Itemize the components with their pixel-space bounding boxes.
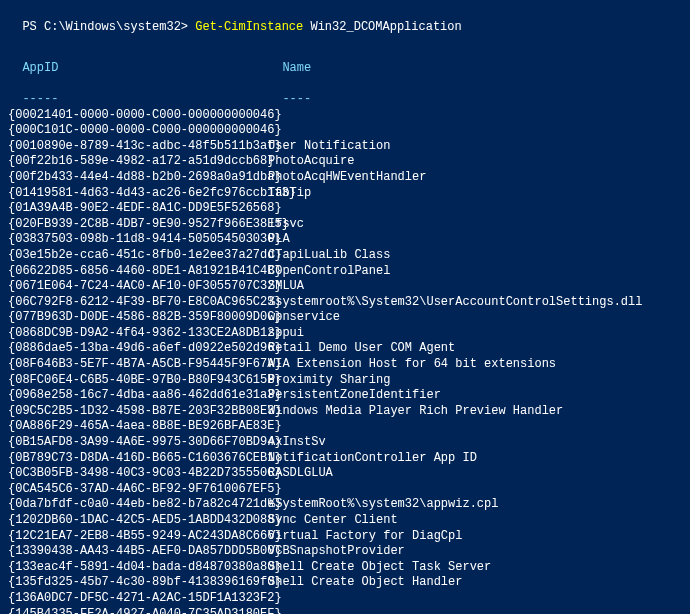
table-row: {0671E064-7C24-4AC0-AF10-0F3055707C32}SM… bbox=[8, 279, 682, 295]
cell-appid: {00f2b433-44e4-4d88-b2b0-2698a0a91dba} bbox=[8, 170, 268, 186]
cell-appid: {0C3B05FB-3498-40C3-9C03-4B22D735550C} bbox=[8, 466, 268, 482]
table-row: {00021401-0000-0000-C000-000000000046} bbox=[8, 108, 682, 124]
table-row: {0010890e-8789-413c-adbc-48f5b511b3af}Us… bbox=[8, 139, 682, 155]
cell-appid: {00021401-0000-0000-C000-000000000046} bbox=[8, 108, 268, 124]
column-underlines: --------- bbox=[8, 76, 682, 107]
cell-appid: {01A39A4B-90E2-4EDF-8A1C-DD9E5F526568} bbox=[8, 201, 268, 217]
cell-appid: {0886dae5-13ba-49d6-a6ef-d0922e502d96} bbox=[8, 341, 268, 357]
table-row: {0A886F29-465A-4aea-8B8E-BE926BFAE83E} bbox=[8, 419, 682, 435]
table-row: {0CA545C6-37AD-4A6C-BF92-9F7610067EF5} bbox=[8, 482, 682, 498]
cell-name: Shell Create Object Handler bbox=[268, 575, 462, 591]
cell-appid: {06622D85-6856-4460-8DE1-A81921B41C4B} bbox=[8, 264, 268, 280]
table-row: {0B789C73-D8DA-416D-B665-C1603676CEB1}No… bbox=[8, 451, 682, 467]
cell-appid: {12C21EA7-2EB8-4B55-9249-AC243DA8C666} bbox=[8, 529, 268, 545]
cell-appid: {135fd325-45b7-4c30-89bf-4138396169f0} bbox=[8, 575, 268, 591]
cell-appid: {136A0DC7-DF5C-4271-A2AC-15DF1A1323F2} bbox=[8, 591, 268, 607]
cell-name: PhotoAcqHWEventHandler bbox=[268, 170, 426, 186]
cell-name: PLA bbox=[268, 232, 290, 248]
cell-name: lfsvc bbox=[268, 217, 304, 233]
cell-name: %SystemRoot%\system32\appwiz.cpl bbox=[268, 497, 498, 513]
cell-appid: {0da7bfdf-c0a0-44eb-be82-b7a82c4721de} bbox=[8, 497, 268, 513]
table-row: {133eac4f-5891-4d04-bada-d84870380a80}Sh… bbox=[8, 560, 682, 576]
cell-name: COpenControlPanel bbox=[268, 264, 390, 280]
cell-name: Virtual Factory for DiagCpl bbox=[268, 529, 462, 545]
table-row: {13390438-AA43-44B5-AEF0-DA857DDD5B00}VC… bbox=[8, 544, 682, 560]
cell-name: sppui bbox=[268, 326, 304, 342]
table-row: {020FB939-2C8B-4DB7-9E90-9527f966E38E5}l… bbox=[8, 217, 682, 233]
table-row: {08FC06E4-C6B5-40BE-97B0-B80F943C615B}Pr… bbox=[8, 373, 682, 389]
underline-name: ---- bbox=[282, 92, 311, 106]
cell-name: RASDLGLUA bbox=[268, 466, 333, 482]
cell-name: Windows Media Player Rich Preview Handle… bbox=[268, 404, 563, 420]
cell-appid: {0010890e-8789-413c-adbc-48f5b511b3af} bbox=[8, 139, 268, 155]
cell-appid: {09C5C2B5-1D32-4598-B87E-203F32BB08E3} bbox=[8, 404, 268, 420]
cell-appid: {00f22b16-589e-4982-a172-a51d9dccb68} bbox=[8, 154, 268, 170]
table-row: {09C5C2B5-1D32-4598-B87E-203F32BB08E3}Wi… bbox=[8, 404, 682, 420]
cell-name: AxInstSv bbox=[268, 435, 326, 451]
cell-name: PhotoAcquire bbox=[268, 154, 354, 170]
cell-appid: {145B4335-FE2A-4927-A040-7C35AD3180EF} bbox=[8, 607, 268, 614]
header-name: Name bbox=[282, 61, 311, 75]
cell-appid: {0CA545C6-37AD-4A6C-BF92-9F7610067EF5} bbox=[8, 482, 268, 498]
table-row: {0C3B05FB-3498-40C3-9C03-4B22D735550C}RA… bbox=[8, 466, 682, 482]
cell-name: Shell Create Object Task Server bbox=[268, 560, 491, 576]
cell-name: TabTip bbox=[268, 186, 311, 202]
cell-name: VCBSnapshotProvider bbox=[268, 544, 405, 560]
cell-name: %systemroot%\System32\UserAccountControl… bbox=[268, 295, 642, 311]
table-row: {0968e258-16c7-4dba-aa86-462dd61e31a3}Pe… bbox=[8, 388, 682, 404]
table-row: {000C101C-0000-0000-C000-000000000046} bbox=[8, 123, 682, 139]
table-row: {1202DB60-1DAC-42C5-AED5-1ABDD432D088}Sy… bbox=[8, 513, 682, 529]
cell-name: User Notification bbox=[268, 139, 390, 155]
cell-name: PersistentZoneIdentifier bbox=[268, 388, 441, 404]
cell-appid: {133eac4f-5891-4d04-bada-d84870380a80} bbox=[8, 560, 268, 576]
cell-name: CTapiLuaLib Class bbox=[268, 248, 390, 264]
header-appid: AppID bbox=[22, 61, 282, 77]
table-row: {01A39A4B-90E2-4EDF-8A1C-DD9E5F526568} bbox=[8, 201, 682, 217]
table-row: {136A0DC7-DF5C-4271-A2AC-15DF1A1323F2} bbox=[8, 591, 682, 607]
prompt-prefix: PS C:\Windows\system32> bbox=[22, 20, 195, 34]
cell-appid: {03e15b2e-cca6-451c-8fb0-1e2ee37a27dd} bbox=[8, 248, 268, 264]
cell-appid: {01419581-4d63-4d43-ac26-6e2fc976ccb1f3} bbox=[8, 186, 268, 202]
underline-appid: ----- bbox=[22, 92, 282, 108]
cell-appid: {0868DC9B-D9A2-4f64-9362-133CE2A8DB12} bbox=[8, 326, 268, 342]
cell-appid: {0A886F29-465A-4aea-8B8E-BE926BFAE83E} bbox=[8, 419, 268, 435]
output-rows: {00021401-0000-0000-C000-000000000046}{0… bbox=[8, 108, 682, 614]
table-row: {06C792F8-6212-4F39-BF70-E8C0AC965C23}%s… bbox=[8, 295, 682, 311]
table-row: {145B4335-FE2A-4927-A040-7C35AD3180EF} bbox=[8, 607, 682, 614]
table-row: {135fd325-45b7-4c30-89bf-4138396169f0}Sh… bbox=[8, 575, 682, 591]
table-row: {08F646B3-5E7F-4B7A-A5CB-F95445F9F67A}WI… bbox=[8, 357, 682, 373]
table-row: {01419581-4d63-4d43-ac26-6e2fc976ccb1f3}… bbox=[8, 186, 682, 202]
cell-name: WIA Extension Host for 64 bit extensions bbox=[268, 357, 556, 373]
cell-appid: {0B789C73-D8DA-416D-B665-C1603676CEB1} bbox=[8, 451, 268, 467]
table-row: {0886dae5-13ba-49d6-a6ef-d0922e502d96}Re… bbox=[8, 341, 682, 357]
cell-appid: {000C101C-0000-0000-C000-000000000046} bbox=[8, 123, 268, 139]
table-row: {0868DC9B-D9A2-4f64-9362-133CE2A8DB12}sp… bbox=[8, 326, 682, 342]
table-row: {03837503-098b-11d8-9414-505054503030}PL… bbox=[8, 232, 682, 248]
cell-name: Sync Center Client bbox=[268, 513, 398, 529]
cell-name: SMLUA bbox=[268, 279, 304, 295]
cell-name: Retail Demo User COM Agent bbox=[268, 341, 455, 357]
command-name: Get-CimInstance bbox=[195, 20, 303, 34]
column-headers: AppIDName bbox=[8, 45, 682, 76]
cell-appid: {077B963D-D0DE-4586-882B-359F80009D0C} bbox=[8, 310, 268, 326]
cell-appid: {0968e258-16c7-4dba-aa86-462dd61e31a3} bbox=[8, 388, 268, 404]
cell-name: NotificationController App ID bbox=[268, 451, 477, 467]
table-row: {0da7bfdf-c0a0-44eb-be82-b7a82c4721de}%S… bbox=[8, 497, 682, 513]
prompt-line[interactable]: PS C:\Windows\system32> Get-CimInstance … bbox=[8, 4, 682, 35]
table-row: {077B963D-D0DE-4586-882B-359F80009D0C}wp… bbox=[8, 310, 682, 326]
cell-appid: {06C792F8-6212-4F39-BF70-E8C0AC965C23} bbox=[8, 295, 268, 311]
table-row: {00f2b433-44e4-4d88-b2b0-2698a0a91dba}Ph… bbox=[8, 170, 682, 186]
cell-appid: {0B15AFD8-3A99-4A6E-9975-30D66F70BD94} bbox=[8, 435, 268, 451]
cell-appid: {08F646B3-5E7F-4B7A-A5CB-F95445F9F67A} bbox=[8, 357, 268, 373]
table-row: {00f22b16-589e-4982-a172-a51d9dccb68}Pho… bbox=[8, 154, 682, 170]
cell-appid: {03837503-098b-11d8-9414-505054503030} bbox=[8, 232, 268, 248]
cell-appid: {1202DB60-1DAC-42C5-AED5-1ABDD432D088} bbox=[8, 513, 268, 529]
cell-appid: {0671E064-7C24-4AC0-AF10-0F3055707C32} bbox=[8, 279, 268, 295]
table-row: {0B15AFD8-3A99-4A6E-9975-30D66F70BD94}Ax… bbox=[8, 435, 682, 451]
table-row: {03e15b2e-cca6-451c-8fb0-1e2ee37a27dd}CT… bbox=[8, 248, 682, 264]
cell-appid: {08FC06E4-C6B5-40BE-97B0-B80F943C615B} bbox=[8, 373, 268, 389]
cell-appid: {020FB939-2C8B-4DB7-9E90-9527f966E38E5} bbox=[8, 217, 268, 233]
cell-appid: {13390438-AA43-44B5-AEF0-DA857DDD5B00} bbox=[8, 544, 268, 560]
cell-name: wpnservice bbox=[268, 310, 340, 326]
table-row: {12C21EA7-2EB8-4B55-9249-AC243DA8C666}Vi… bbox=[8, 529, 682, 545]
